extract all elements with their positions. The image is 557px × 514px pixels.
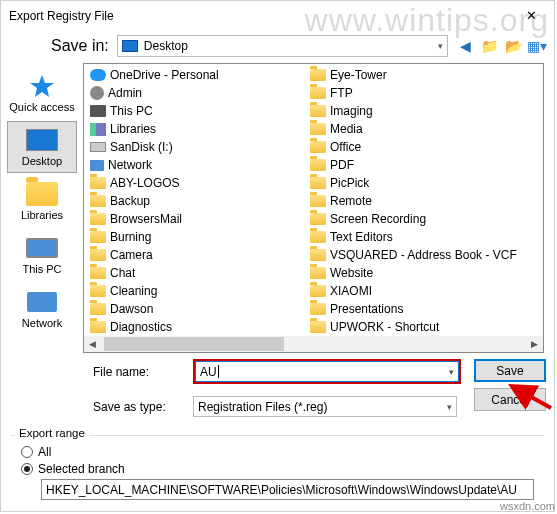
place-network[interactable]: Network [7, 283, 77, 335]
list-item-label: FTP [330, 86, 353, 100]
list-item-label: Burning [110, 230, 151, 244]
place-this-pc[interactable]: This PC [7, 229, 77, 281]
place-label: Desktop [22, 155, 62, 167]
list-item[interactable]: OneDrive - Personal [88, 66, 298, 84]
place-desktop[interactable]: Desktop [7, 121, 77, 173]
list-item[interactable]: Imaging [308, 102, 518, 120]
place-libraries[interactable]: Libraries [7, 175, 77, 227]
save-in-label: Save in: [51, 37, 109, 55]
back-button[interactable]: ◀ [456, 37, 474, 55]
places-bar: Quick access Desktop Libraries This PC N… [1, 63, 83, 353]
folder-icon [90, 321, 106, 333]
folder-icon [310, 249, 326, 261]
radio-all[interactable] [21, 446, 33, 458]
back-icon: ◀ [460, 38, 471, 54]
chevron-down-icon[interactable]: ▾ [449, 367, 454, 377]
save-in-combo[interactable]: Desktop ▾ [117, 35, 448, 57]
list-item[interactable]: XIAOMI [308, 282, 518, 300]
list-item-label: Eye-Tower [330, 68, 387, 82]
filename-label: File name: [93, 365, 181, 379]
list-item-label: Screen Recording [330, 212, 426, 226]
folder-icon [90, 195, 106, 207]
up-button[interactable]: 📁 [480, 37, 498, 55]
drive-icon [90, 142, 106, 152]
list-item[interactable]: Remote [308, 192, 518, 210]
list-item[interactable]: PicPick [308, 174, 518, 192]
list-item[interactable]: Diagnostics [88, 318, 298, 336]
list-item[interactable]: UPWORK - Shortcut [308, 318, 518, 336]
list-item[interactable]: Screen Recording [308, 210, 518, 228]
list-item-label: SanDisk (I:) [110, 140, 173, 154]
list-item[interactable]: Camera [88, 246, 298, 264]
place-label: Libraries [21, 209, 63, 221]
folder-icon [310, 267, 326, 279]
filename-input[interactable]: AU ▾ [195, 361, 459, 382]
list-item[interactable]: Cleaning [88, 282, 298, 300]
list-item-label: Remote [330, 194, 372, 208]
list-item-label: Imaging [330, 104, 373, 118]
view-menu-button[interactable]: ▦▾ [528, 37, 546, 55]
user-icon [90, 86, 104, 100]
list-item-label: BrowsersMail [110, 212, 182, 226]
svg-marker-2 [30, 75, 54, 97]
save-type-combo[interactable]: Registration Files (*.reg) ▾ [193, 396, 457, 417]
list-item-label: Office [330, 140, 361, 154]
list-item[interactable]: This PC [88, 102, 298, 120]
list-item[interactable]: ABY-LOGOS [88, 174, 298, 192]
radio-selected-branch[interactable] [21, 463, 33, 475]
close-button[interactable]: ✕ [509, 1, 554, 29]
list-item[interactable]: Libraries [88, 120, 298, 138]
file-list[interactable]: OneDrive - PersonalAdminThis PCLibraries… [83, 63, 544, 353]
folder-up-icon: 📁 [481, 38, 498, 54]
save-button[interactable]: Save [474, 359, 546, 382]
list-item-label: XIAOMI [330, 284, 372, 298]
list-item-label: Admin [108, 86, 142, 100]
list-item[interactable]: Website [308, 264, 518, 282]
list-item-label: Media [330, 122, 363, 136]
list-item[interactable]: BrowsersMail [88, 210, 298, 228]
list-item[interactable]: Presentations [308, 300, 518, 318]
folder-icon [310, 177, 326, 189]
network-icon [27, 292, 57, 312]
horizontal-scrollbar[interactable]: ◀ ▶ [84, 336, 543, 352]
list-item[interactable]: Media [308, 120, 518, 138]
list-item-label: Presentations [330, 302, 403, 316]
scroll-thumb[interactable] [104, 337, 284, 351]
new-folder-button[interactable]: 📂 [504, 37, 522, 55]
folder-icon [310, 87, 326, 99]
place-quick-access[interactable]: Quick access [7, 67, 77, 119]
branch-path-input[interactable]: HKEY_LOCAL_MACHINE\SOFTWARE\Policies\Mic… [41, 479, 534, 500]
list-item[interactable]: Dawson [88, 300, 298, 318]
list-item[interactable]: Eye-Tower [308, 66, 518, 84]
folder-icon [310, 321, 326, 333]
this-pc-icon [26, 238, 58, 258]
chevron-down-icon: ▾ [447, 402, 452, 412]
list-item[interactable]: Burning [88, 228, 298, 246]
list-item[interactable]: PDF [308, 156, 518, 174]
list-item-label: Chat [110, 266, 135, 280]
radio-all-label: All [38, 445, 51, 459]
libraries-icon [26, 182, 58, 206]
list-item[interactable]: Office [308, 138, 518, 156]
folder-icon [310, 303, 326, 315]
list-item-label: Backup [110, 194, 150, 208]
close-icon: ✕ [526, 8, 537, 23]
folder-icon [90, 249, 106, 261]
list-item[interactable]: Network [88, 156, 298, 174]
folder-icon [310, 105, 326, 117]
quick-access-icon [29, 74, 55, 98]
cancel-button[interactable]: Cancel [474, 388, 546, 411]
list-item[interactable]: Backup [88, 192, 298, 210]
list-item[interactable]: VSQUARED - Address Book - VCF [308, 246, 518, 264]
list-item-label: ABY-LOGOS [110, 176, 180, 190]
list-item[interactable]: FTP [308, 84, 518, 102]
list-item-label: UPWORK - Shortcut [330, 320, 439, 334]
list-item[interactable]: SanDisk (I:) [88, 138, 298, 156]
scroll-right-icon[interactable]: ▶ [526, 336, 543, 352]
save-type-label: Save as type: [93, 400, 181, 414]
list-item[interactable]: Admin [88, 84, 298, 102]
scroll-left-icon[interactable]: ◀ [84, 336, 101, 352]
list-item-label: PicPick [330, 176, 369, 190]
list-item[interactable]: Chat [88, 264, 298, 282]
list-item[interactable]: Text Editors [308, 228, 518, 246]
